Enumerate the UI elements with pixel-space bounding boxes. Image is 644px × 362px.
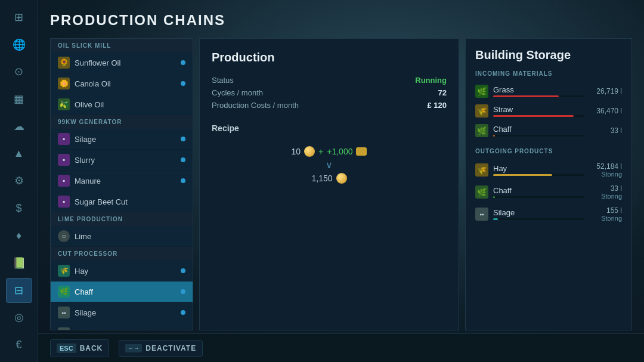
straw-info: Straw — [493, 105, 584, 117]
status-label: Status — [212, 76, 234, 85]
slurry-dot — [181, 157, 185, 162]
stat-row-status: Status Running — [212, 74, 447, 86]
slurry-icon: ▪ — [58, 154, 70, 166]
hay-out-right: 52,184 l Storing — [589, 162, 622, 178]
chaff-out-bar-row — [493, 196, 584, 198]
chaff-out-value: 33 l — [589, 184, 622, 193]
section-header-cut-processor: CUT PROCESSOR — [51, 247, 193, 261]
sunflower-oil-icon: 🌻 — [58, 57, 70, 69]
silage-out-info: Silage — [493, 208, 584, 220]
chain-item-silage-2[interactable]: ▪▪ Silage — [51, 323, 193, 330]
chain-item-sugar-beet[interactable]: ▪ Sugar Beet Cut — [51, 191, 193, 212]
chain-item-hay[interactable]: 🌾 Hay — [51, 261, 193, 281]
chain-item-manure[interactable]: ▪ Manure — [51, 171, 193, 191]
content-row: OIL SLICK MILL 🌻 Sunflower Oil 🌼 Canola … — [50, 38, 632, 330]
status-value: Running — [415, 76, 447, 85]
sidebar-icon-stats[interactable]: 🌐 — [6, 32, 32, 57]
sidebar-icon-book[interactable]: 📗 — [6, 250, 32, 276]
chaff-in-bar-row — [493, 135, 584, 137]
chaff-out-bar — [493, 196, 584, 198]
sidebar-icon-production[interactable]: ⊟ — [6, 278, 32, 303]
chaff-out-info: Chaff — [493, 186, 584, 198]
sugar-beet-label: Sugar Beet Cut — [75, 197, 185, 206]
lime-icon: ○ — [58, 230, 70, 242]
storage-item-chaff-out: 🌿 Chaff 33 l Storing — [475, 181, 622, 203]
silage-2-icon: ▪▪ — [58, 327, 70, 330]
grass-icon: 🌿 — [475, 85, 488, 98]
silage-gen-icon: ▪ — [58, 133, 70, 145]
canola-oil-icon: 🌼 — [58, 78, 70, 89]
hay-out-bar-fill — [493, 174, 552, 176]
sidebar-icon-chart[interactable]: ▲ — [6, 141, 32, 166]
hay-icon: 🌾 — [58, 265, 70, 277]
chaff-in-name: Chaff — [493, 125, 584, 134]
straw-bar-fill — [493, 115, 574, 117]
chain-item-chaff[interactable]: 🌿 Chaff — [51, 281, 193, 302]
storage-title: Building Storage — [475, 48, 622, 62]
hay-out-value: 52,184 l — [589, 162, 622, 171]
sidebar-icon-globe[interactable]: ◎ — [6, 305, 32, 330]
chain-item-silage-gen[interactable]: ▪ Silage — [51, 129, 193, 150]
hay-out-name: Hay — [493, 164, 584, 173]
silage-1-dot — [181, 310, 185, 315]
storage-panel: Building Storage INCOMING MATERIALS 🌿 Gr… — [465, 38, 632, 330]
cost-value: £ 120 — [427, 101, 447, 110]
silage-gen-label: Silage — [75, 135, 176, 144]
grass-info: Grass — [493, 85, 584, 97]
recipe-output-icon — [336, 173, 347, 184]
sidebar-icon-wheel[interactable]: ⊙ — [6, 60, 32, 85]
hay-bale-icon — [356, 147, 367, 156]
back-button[interactable]: ESC BACK — [50, 339, 109, 357]
silage-1-label: Silage — [75, 308, 176, 317]
chain-item-slurry[interactable]: ▪ Slurry — [51, 150, 193, 171]
grass-bar-fill — [493, 95, 559, 97]
hay-out-icon: 🌾 — [475, 163, 488, 177]
deactivate-key: ←→ — [125, 344, 142, 352]
hay-label: Hay — [75, 267, 176, 276]
manure-icon: ▪ — [58, 175, 70, 187]
sidebar-icon-tractor[interactable]: ⚙ — [6, 169, 32, 194]
chain-item-lime[interactable]: ○ Lime — [51, 226, 193, 247]
chain-item-silage-1[interactable]: ▪▪ Silage — [51, 302, 193, 323]
bottom-bar: ESC BACK ←→ DEACTIVATE — [38, 333, 644, 362]
grass-bar-row — [493, 95, 584, 97]
hay-out-info: Hay — [493, 164, 584, 176]
sunflower-oil-dot — [181, 60, 185, 65]
sidebar-icon-money[interactable]: $ — [6, 196, 32, 221]
chains-panel: OIL SLICK MILL 🌻 Sunflower Oil 🌼 Canola … — [50, 38, 193, 330]
recipe-input-plus-amount: +1,000 — [327, 147, 352, 156]
chain-item-sunflower-oil[interactable]: 🌻 Sunflower Oil — [51, 52, 193, 73]
chaff-in-icon: 🌿 — [475, 124, 488, 137]
sunflower-oil-label: Sunflower Oil — [75, 58, 176, 67]
production-stats: Status Running Cycles / month 72 Product… — [212, 74, 447, 112]
lime-label: Lime — [75, 232, 185, 241]
production-title: Production — [212, 51, 447, 64]
deactivate-button[interactable]: ←→ DEACTIVATE — [119, 340, 203, 357]
sidebar-icon-map[interactable]: ⊞ — [6, 5, 32, 30]
silage-out-bar — [493, 218, 584, 220]
recipe-input: 10 + +1,000 — [292, 146, 367, 157]
incoming-header: INCOMING MATERIALS — [475, 70, 622, 77]
storage-item-chaff-in: 🌿 Chaff 33 l — [475, 121, 622, 141]
chain-item-olive-oil[interactable]: 🫒 Olive Oil — [51, 94, 193, 115]
straw-value: 36,470 l — [589, 107, 622, 115]
sidebar-icon-animal[interactable]: ♦ — [6, 223, 32, 248]
chaff-out-bar-fill — [493, 196, 495, 198]
deactivate-label: DEACTIVATE — [145, 344, 196, 352]
hay-bar-row — [493, 174, 584, 176]
canola-oil-label: Canola Oil — [75, 79, 176, 88]
canola-oil-dot — [181, 81, 185, 86]
straw-bar — [493, 115, 584, 117]
sidebar-icon-cloud[interactable]: ☁ — [6, 114, 32, 139]
grass-bar — [493, 95, 584, 97]
cycles-value: 72 — [438, 88, 447, 97]
sidebar-icon-calendar[interactable]: ▦ — [6, 86, 32, 112]
chain-item-canola-oil[interactable]: 🌼 Canola Oil — [51, 73, 193, 94]
straw-bar-row — [493, 115, 584, 117]
sidebar-icon-euro[interactable]: € — [6, 332, 32, 357]
section-header-lime: LIME PRODUCTION — [51, 212, 193, 226]
chaff-label: Chaff — [75, 287, 176, 296]
sugar-beet-icon: ▪ — [58, 196, 70, 208]
straw-icon: 🌾 — [475, 104, 488, 117]
hay-out-bar — [493, 174, 584, 176]
